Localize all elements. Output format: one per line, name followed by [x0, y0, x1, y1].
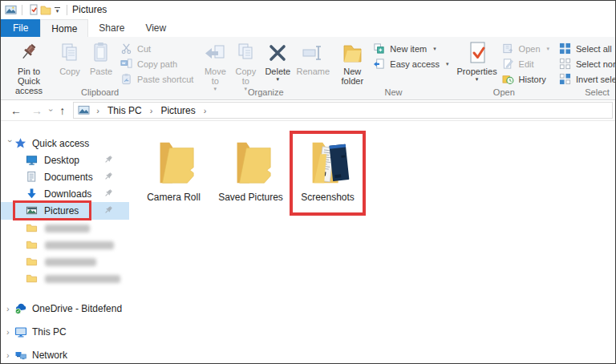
folder-icon	[26, 239, 38, 252]
copy-to-button[interactable]: Copy to ▾	[230, 38, 261, 91]
group-label-select: Select	[554, 87, 616, 97]
forward-button[interactable]: →	[26, 105, 47, 116]
up-button[interactable]: ↑	[55, 105, 70, 116]
sidebar-label-network: Network	[32, 350, 67, 361]
ribbon: Pin to Quick access Copy Paste	[1, 37, 615, 100]
titlebar-separator2	[67, 5, 67, 15]
sidebar-item-quick-access[interactable]: › Quick access	[1, 135, 129, 152]
sidebar-item-blurred-folder-1[interactable]	[1, 220, 129, 237]
select-none-button[interactable]: Select none	[556, 56, 616, 71]
breadcrumb-chevron2: ›	[148, 106, 156, 115]
explorer-body: › Quick access Desktop Documen	[1, 121, 615, 363]
copy-button[interactable]: Copy	[55, 38, 85, 76]
sidebar-item-desktop[interactable]: Desktop	[1, 152, 129, 168]
chevron-right-icon[interactable]: ›	[6, 327, 14, 337]
properties-button[interactable]: Properties ▾	[456, 38, 499, 82]
new-small-buttons: New item ▾ Easy access ▾	[370, 38, 452, 71]
sidebar-item-network[interactable]: › Network	[1, 343, 129, 363]
pin-icon[interactable]	[103, 155, 113, 167]
recent-locations-chevron[interactable]: ›	[47, 107, 55, 114]
rename-icon	[300, 40, 326, 66]
group-label-new: New	[333, 87, 453, 97]
folder-item-camera-roll[interactable]: Camera Roll	[136, 131, 212, 203]
folder-icon	[26, 273, 38, 285]
back-button[interactable]: ←	[6, 105, 26, 116]
address-input[interactable]: › This PC › Pictures ›	[73, 102, 613, 119]
chevron-down-icon[interactable]: ›	[6, 140, 15, 148]
sidebar-label-downloads: Downloads	[44, 188, 91, 200]
open-button[interactable]: Open ▾	[499, 41, 553, 56]
paste-button[interactable]: Paste	[85, 38, 117, 76]
sidebar-item-blurred-folder-2[interactable]	[1, 237, 129, 253]
copy-path-button[interactable]: Copy path	[117, 56, 197, 71]
folder-item-screenshots[interactable]: Screenshots	[290, 131, 366, 216]
pin-icon[interactable]	[103, 172, 113, 184]
tab-home[interactable]: Home	[40, 19, 88, 37]
easy-access-button[interactable]: Easy access ▾	[370, 56, 452, 71]
breadcrumb-chevron3: ›	[201, 106, 209, 115]
rename-button[interactable]: Rename	[294, 38, 331, 76]
sidebar-gap	[1, 287, 129, 297]
delete-button[interactable]: Delete ▾	[261, 38, 294, 82]
new-item-icon	[373, 42, 386, 55]
sidebar-label-quick-access: Quick access	[32, 138, 89, 149]
blurred-label	[45, 258, 96, 266]
edit-button[interactable]: Edit	[499, 56, 553, 71]
address-bar: ← → › ↑ › This PC › Pictures ›	[1, 100, 615, 121]
navigation-pane: › Quick access Desktop Documen	[1, 121, 129, 363]
pin-icon[interactable]	[103, 188, 113, 200]
invert-selection-button[interactable]: Invert selection	[556, 71, 616, 87]
tab-file[interactable]: File	[1, 19, 40, 37]
blurred-label	[45, 275, 120, 283]
select-all-button[interactable]: Select all	[556, 41, 616, 56]
breadcrumb-pictures[interactable]: Pictures	[159, 105, 197, 116]
chevron-right-icon[interactable]: ›	[6, 304, 14, 313]
folder-icon	[149, 137, 199, 189]
folder-name: Screenshots	[301, 192, 355, 203]
sidebar-label-this-pc: This PC	[32, 326, 67, 338]
tab-share[interactable]: Share	[88, 19, 135, 37]
new-folder-button[interactable]: New folder	[334, 38, 370, 86]
blurred-label	[45, 241, 114, 249]
qat-new-folder-icon[interactable]	[39, 4, 51, 16]
history-button[interactable]: History	[499, 71, 553, 87]
sidebar-item-this-pc[interactable]: › This PC	[1, 320, 129, 343]
sidebar-item-blurred-folder-3[interactable]	[1, 253, 129, 270]
move-to-icon	[202, 40, 228, 66]
ribbon-group-organize: Move to ▾ Copy to ▾ Delete ▾	[198, 38, 333, 99]
select-small-buttons: Select all Select none Invert selection	[556, 38, 616, 87]
qat-properties-icon[interactable]	[27, 4, 39, 16]
clipboard-small-buttons: Cut Copy path Paste shortcut	[117, 38, 197, 87]
pictures-icon	[26, 204, 38, 217]
tab-view[interactable]: View	[135, 19, 176, 37]
sidebar-item-documents[interactable]: Documents	[1, 168, 129, 185]
cut-button[interactable]: Cut	[117, 41, 197, 56]
ribbon-tabs: File Home Share View	[1, 18, 615, 37]
blurred-label	[45, 224, 90, 233]
chevron-right-icon[interactable]: ›	[6, 350, 14, 360]
edit-icon	[502, 58, 515, 71]
customize-quick-access-icon[interactable]: ▾	[55, 7, 60, 13]
copy-path-icon	[120, 58, 133, 71]
sidebar-item-pictures[interactable]: Pictures	[1, 202, 129, 220]
file-list: Camera Roll Saved Pictures	[129, 121, 615, 363]
folder-with-screenshots-icon	[303, 137, 353, 189]
ribbon-group-select: Select all Select none Invert selection	[554, 38, 616, 99]
breadcrumb-chevron: ›	[94, 106, 102, 115]
new-item-button[interactable]: New item ▾	[370, 41, 452, 56]
group-label-open: Open	[454, 87, 554, 97]
pin-icon[interactable]	[103, 205, 113, 217]
sidebar-item-downloads[interactable]: Downloads	[1, 185, 129, 202]
sidebar-item-onedrive[interactable]: › OneDrive - Bitdefend	[1, 297, 129, 320]
sidebar-item-blurred-folder-4[interactable]	[1, 270, 129, 287]
folder-item-saved-pictures[interactable]: Saved Pictures	[213, 131, 289, 203]
folder-icon	[226, 137, 276, 189]
desktop-icon	[26, 154, 38, 167]
folder-icon	[26, 256, 38, 269]
move-to-button[interactable]: Move to ▾	[200, 38, 230, 91]
paste-shortcut-button[interactable]: Paste shortcut	[117, 71, 197, 87]
invert-selection-icon	[559, 73, 572, 86]
ribbon-group-new: New folder New item ▾ Easy acce	[333, 38, 453, 99]
titlebar-separator	[22, 5, 22, 15]
breadcrumb-this-pc[interactable]: This PC	[106, 105, 144, 116]
